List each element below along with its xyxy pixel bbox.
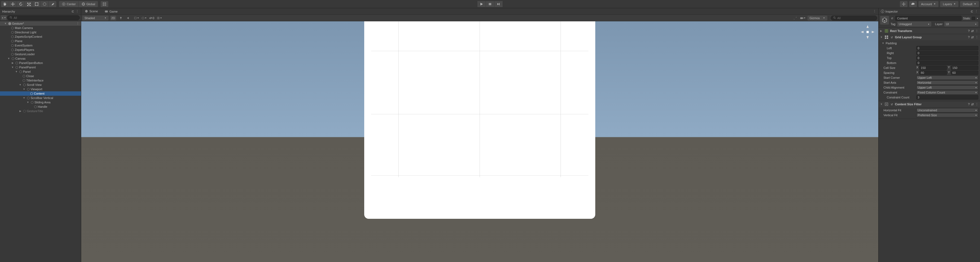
content-fitter-header[interactable]: ▼ ✓ Content Size Fitter ?⇄⋮ — [878, 101, 980, 107]
lock-icon[interactable]: ⊏ — [72, 10, 74, 13]
layers-visibility-toggle[interactable]: 0 — [148, 16, 154, 21]
custom-tool[interactable] — [49, 1, 56, 7]
scene-root[interactable]: ▼Gesture*⋮ — [0, 21, 81, 26]
component-menu-icon[interactable]: ⋮ — [975, 103, 978, 106]
account-dropdown[interactable]: Account▼ — [918, 1, 939, 7]
scene-viewport[interactable] — [81, 21, 878, 262]
tree-item-title-interface[interactable]: TitleInterface — [0, 78, 81, 83]
foldout-icon[interactable]: ▼ — [15, 70, 18, 73]
gameobject-name-field[interactable]: Content — [895, 16, 962, 21]
camera-settings[interactable]: ▼ — [800, 16, 806, 21]
tree-item-camera[interactable]: Main Camera — [0, 26, 81, 30]
static-dropdown-icon[interactable]: ▼ — [977, 17, 978, 19]
tree-item-scrollbar-v[interactable]: ▼Scrollbar Vertical — [0, 96, 81, 100]
cloud-button[interactable] — [909, 1, 917, 7]
tree-item-panel[interactable]: ▼Panel — [0, 70, 81, 74]
panel-menu-icon[interactable]: ⋮ — [975, 10, 978, 13]
spacing-y-field[interactable]: 60 — [951, 71, 978, 75]
audio-toggle[interactable] — [126, 16, 132, 21]
transform-tool[interactable] — [41, 1, 48, 7]
static-checkbox[interactable] — [972, 17, 975, 20]
component-menu-icon[interactable]: ⋮ — [975, 29, 978, 33]
foldout-icon[interactable]: ▼ — [22, 88, 26, 91]
help-icon[interactable]: ? — [968, 103, 970, 106]
component-enabled-checkbox[interactable]: ✓ — [890, 103, 894, 106]
foldout-icon[interactable]: ▼ — [26, 101, 30, 104]
step-button[interactable] — [495, 1, 503, 7]
hierarchy-search[interactable]: All — [7, 15, 80, 20]
play-button[interactable] — [477, 1, 485, 7]
layer-dropdown[interactable]: UI▼ — [944, 22, 978, 27]
tree-item-canvas[interactable]: ▼Canvas — [0, 56, 81, 61]
preset-icon[interactable]: ⇄ — [971, 103, 974, 106]
rect-transform-header[interactable]: ▶ Rect Transform ?⇄⋮ — [878, 28, 980, 34]
gizmos-dropdown[interactable]: Gizmos▼ — [807, 16, 827, 21]
foldout-icon[interactable]: ▼ — [4, 22, 7, 25]
padding-bottom-field[interactable]: 0 — [916, 61, 978, 65]
tree-item-plane[interactable]: Plane — [0, 39, 81, 43]
tree-item-gesture-loader[interactable]: GestureLoader — [0, 52, 81, 56]
scene-menu-icon[interactable]: ⋮ — [76, 22, 79, 25]
hidden-toggle[interactable]: ▼ — [141, 16, 147, 21]
rotate-tool[interactable] — [17, 1, 25, 7]
tree-item-content[interactable]: Content — [0, 91, 81, 96]
tree-item-scrollview[interactable]: ▼Scroll View — [0, 83, 81, 87]
pivot-center-toggle[interactable]: Center — [59, 1, 78, 7]
component-menu-icon[interactable]: ⋮ — [975, 35, 978, 39]
vfit-dropdown[interactable]: Preferred Size▼ — [916, 113, 978, 118]
foldout-icon[interactable]: ▶ — [11, 62, 14, 64]
game-tab[interactable]: Game — [101, 8, 121, 14]
constraint-dropdown[interactable]: Fixed Column Count▼ — [916, 90, 978, 95]
create-dropdown[interactable]: +▼ — [1, 15, 6, 20]
child-align-dropdown[interactable]: Upper Left▼ — [916, 85, 978, 90]
scene-search[interactable]: All — [831, 16, 877, 21]
tools-icon[interactable] — [792, 16, 798, 21]
tree-item-close[interactable]: Close — [0, 74, 81, 78]
help-icon[interactable]: ? — [968, 29, 970, 33]
foldout-icon[interactable]: ▼ — [880, 103, 883, 106]
component-enabled-checkbox[interactable]: ✓ — [890, 35, 894, 39]
panel-menu-icon[interactable]: ⋮ — [873, 10, 876, 13]
cell-size-x-field[interactable]: 150 — [919, 66, 947, 70]
foldout-icon[interactable]: ▶ — [880, 30, 883, 32]
constraint-count-field[interactable]: 3 — [916, 95, 978, 100]
layers-dropdown[interactable]: Layers▼ — [940, 1, 958, 7]
hand-tool[interactable] — [1, 1, 9, 7]
gameobject-icon[interactable] — [880, 16, 889, 25]
foldout-icon[interactable]: ▼ — [882, 42, 885, 44]
lighting-toggle[interactable] — [118, 16, 124, 21]
padding-right-field[interactable]: 0 — [916, 51, 978, 55]
foldout-icon[interactable]: ▼ — [880, 36, 883, 38]
tree-item-light[interactable]: Directional Light — [0, 30, 81, 35]
preset-icon[interactable]: ⇄ — [971, 35, 974, 39]
local-global-toggle[interactable]: Global — [79, 1, 98, 7]
tree-item-eventsystem[interactable]: EventSystem — [0, 43, 81, 48]
start-axis-dropdown[interactable]: Horizontal▼ — [916, 80, 978, 85]
tree-item-zepeto-players[interactable]: ZepetoPlayers — [0, 48, 81, 52]
scene-tab[interactable]: Scene — [81, 8, 101, 14]
hfit-dropdown[interactable]: Unconstrained▼ — [916, 108, 978, 113]
grid-toggle[interactable]: ▼ — [156, 16, 162, 21]
start-corner-dropdown[interactable]: Upper Left▼ — [916, 76, 978, 80]
padding-top-field[interactable]: 0 — [916, 56, 978, 60]
preset-icon[interactable]: ⇄ — [971, 29, 974, 33]
rect-tool[interactable] — [33, 1, 40, 7]
scale-tool[interactable] — [25, 1, 33, 7]
orientation-gizmo[interactable] — [860, 25, 875, 40]
pause-button[interactable] — [486, 1, 494, 7]
tree-item-sliding-area[interactable]: ▼Sliding Area — [0, 100, 81, 105]
lock-icon[interactable]: ⊏ — [971, 10, 973, 13]
tree-item-panel-open[interactable]: ▶PanelOpenButton — [0, 61, 81, 65]
snap-toggle[interactable] — [100, 1, 108, 7]
foldout-icon[interactable]: ▼ — [11, 66, 14, 69]
panel-menu-icon[interactable]: ⋮ — [76, 10, 79, 13]
tag-dropdown[interactable]: Untagged▼ — [897, 22, 931, 27]
cell-size-y-field[interactable]: 150 — [951, 66, 978, 70]
layout-dropdown[interactable]: Default▼ — [960, 1, 979, 7]
tree-item-gesture-title[interactable]: ▶GestureTitle — [0, 109, 81, 113]
foldout-icon[interactable]: ▼ — [22, 97, 26, 99]
spacing-x-field[interactable]: 80 — [919, 71, 947, 75]
foldout-icon[interactable]: ▶ — [19, 110, 22, 113]
view-2d-toggle[interactable]: 2D — [110, 16, 116, 21]
foldout-icon[interactable]: ▼ — [7, 57, 10, 60]
